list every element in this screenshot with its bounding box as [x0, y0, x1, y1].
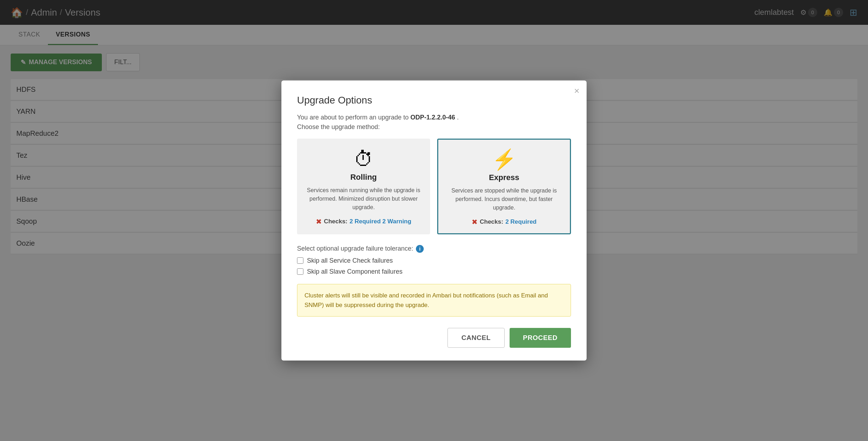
- rolling-x-icon: ✖: [316, 217, 322, 226]
- skip-slave-checkbox[interactable]: [297, 268, 303, 275]
- modal-overlay: × Upgrade Options You are about to perfo…: [0, 0, 868, 441]
- warning-text: Cluster alerts will still be visible and…: [304, 292, 548, 308]
- version-text: ODP-1.2.2.0-46: [411, 114, 455, 121]
- upgrade-options: ⏱ Rolling Services remain running while …: [297, 139, 571, 234]
- rolling-icon: ⏱: [306, 149, 422, 169]
- modal-close-button[interactable]: ×: [574, 86, 579, 95]
- warning-box: Cluster alerts will still be visible and…: [297, 284, 571, 317]
- rolling-checks: ✖ Checks: 2 Required 2 Warning: [306, 217, 422, 226]
- modal-footer: CANCEL PROCEED: [297, 328, 571, 348]
- express-card[interactable]: ⚡ Express Services are stopped while the…: [437, 139, 571, 234]
- rolling-card[interactable]: ⏱ Rolling Services remain running while …: [297, 139, 430, 234]
- express-title: Express: [446, 173, 562, 182]
- express-checks: ✖ Checks: 2 Required: [446, 218, 562, 226]
- cancel-button[interactable]: CANCEL: [447, 328, 504, 348]
- failure-tolerance-title: Select optional upgrade failure toleranc…: [297, 245, 571, 253]
- express-checks-value: 2 Required: [505, 218, 537, 225]
- rolling-checks-value: 2 Required 2 Warning: [350, 218, 411, 225]
- proceed-button[interactable]: PROCEED: [510, 328, 571, 348]
- express-description: Services are stopped while the upgrade i…: [446, 186, 562, 212]
- rolling-description: Services remain running while the upgrad…: [306, 186, 422, 212]
- choose-method-label: Choose the upgrade method:: [297, 123, 571, 131]
- info-icon[interactable]: i: [416, 245, 424, 253]
- express-x-icon: ✖: [472, 218, 478, 226]
- subtitle-prefix: You are about to perform an upgrade to: [297, 114, 411, 121]
- upgrade-options-modal: × Upgrade Options You are about to perfo…: [281, 80, 587, 361]
- modal-subtitle: You are about to perform an upgrade to O…: [297, 114, 571, 121]
- failure-tolerance-section: Select optional upgrade failure toleranc…: [297, 245, 571, 275]
- skip-service-checkbox[interactable]: [297, 257, 303, 264]
- checkbox-skip-service[interactable]: Skip all Service Check failures: [297, 257, 571, 264]
- subtitle-suffix: .: [457, 114, 459, 121]
- rolling-title: Rolling: [306, 173, 422, 182]
- checkbox-skip-slave[interactable]: Skip all Slave Component failures: [297, 268, 571, 275]
- modal-title: Upgrade Options: [297, 95, 571, 106]
- express-icon: ⚡: [446, 150, 562, 169]
